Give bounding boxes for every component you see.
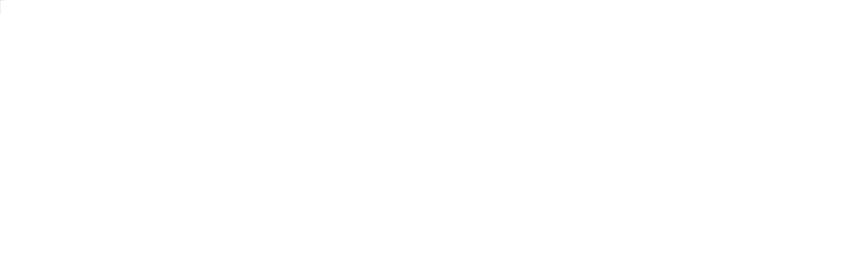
node-product-manager-2 [0, 0, 5, 14]
org-chart-canvas [0, 0, 868, 275]
